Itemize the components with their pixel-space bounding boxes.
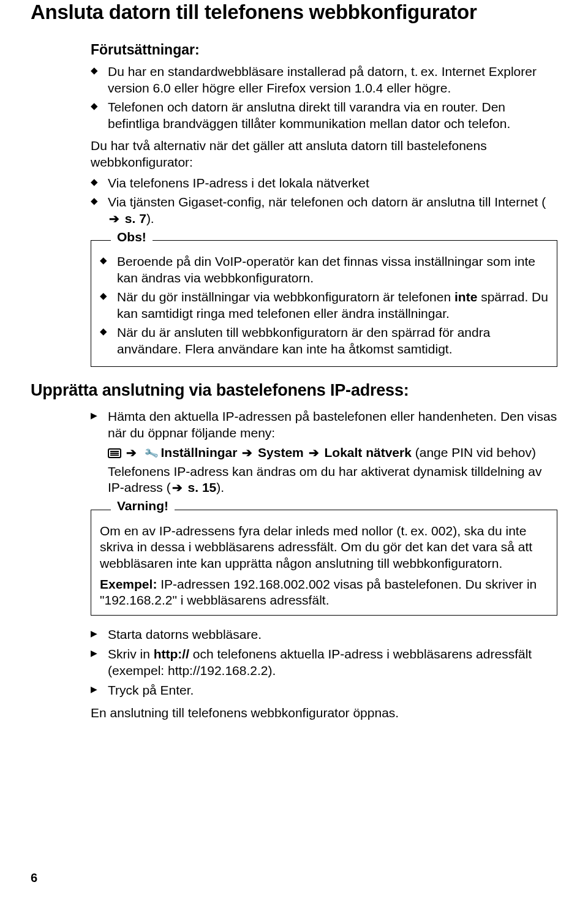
- page-title: Ansluta datorn till telefonens webbkonfi…: [31, 1, 557, 23]
- list-item: När du är ansluten till webbkonfigurator…: [100, 325, 548, 357]
- list-item: Telefonen och datorn är anslutna direkt …: [91, 99, 557, 132]
- arrow-icon: ➔: [109, 211, 119, 227]
- arrow-icon: ➔: [309, 445, 319, 461]
- bold-text: http://: [154, 647, 189, 661]
- prereq-list: Du har en standardwebbläsare installerad…: [91, 64, 557, 132]
- arrow-icon: ➔: [126, 445, 137, 461]
- menu-icon: [108, 448, 121, 458]
- box-title-line: Varning!: [91, 510, 557, 510]
- list-item: Hämta den aktuella IP-adressen på bastel…: [91, 409, 557, 496]
- obs-list: Beroende på din VoIP-operatör kan det fi…: [100, 254, 548, 357]
- page: Ansluta datorn till telefonens webbkonfi…: [0, 1, 588, 901]
- menu-item: Inställningar: [161, 445, 238, 459]
- steps-list-2: Starta datorns webbläsare. Skriv in http…: [91, 627, 557, 699]
- text: IP-adressen 192.168.002.002 visas på bas…: [100, 577, 537, 607]
- list-item: Skriv in http:// och telefonens aktuella…: [91, 646, 557, 679]
- text: Telefonens IP-adress kan ändras om du ha…: [108, 464, 557, 496]
- warning-box: Varning! Om en av IP-adressens fyra dela…: [91, 510, 557, 616]
- box-title-line: Obs!: [91, 240, 557, 241]
- warning-example: Exempel: IP-adressen 192.168.002.002 vis…: [100, 576, 548, 609]
- list-item: Tryck på Enter.: [91, 682, 557, 698]
- page-number: 6: [31, 871, 37, 885]
- final-text: En anslutning till telefonens webbkonfig…: [91, 705, 557, 721]
- arrow-icon: ➔: [172, 480, 183, 496]
- box-title: Varning!: [111, 498, 175, 514]
- note-box-obs: Obs! Beroende på din VoIP-operatör kan d…: [91, 240, 557, 367]
- text: ).: [216, 480, 224, 494]
- example-label: Exempel:: [100, 577, 157, 591]
- alt-intro: Du har två alternativ när det gäller att…: [91, 138, 557, 170]
- text: Via tjänsten Gigaset-config, när telefon…: [108, 195, 546, 209]
- steps-list-1: Hämta den aktuella IP-adressen på bastel…: [91, 409, 557, 496]
- list-item: Du har en standardwebbläsare installerad…: [91, 64, 557, 96]
- list-item: Beroende på din VoIP-operatör kan det fi…: [100, 254, 548, 286]
- content-block: Förutsättningar: Du har en standardwebbl…: [91, 41, 557, 367]
- text: Skriv in: [108, 647, 154, 661]
- list-item: Via tjänsten Gigaset-config, när telefon…: [91, 194, 557, 227]
- arrow-icon: ➔: [242, 445, 252, 461]
- alt-list: Via telefonens IP-adress i det lokala nä…: [91, 175, 557, 227]
- text: ).: [146, 211, 154, 225]
- list-item: När du gör inställningar via webbkonfigu…: [100, 289, 548, 322]
- list-item: Starta datorns webbläsare.: [91, 627, 557, 643]
- wrench-icon: 🔧: [141, 445, 159, 464]
- text: Hämta den aktuella IP-adressen på bastel…: [108, 409, 557, 439]
- text: När du gör inställningar via webbkonfigu…: [117, 290, 454, 304]
- menu-path: ➔ 🔧 Inställningar ➔ System ➔ Lokalt nätv…: [108, 445, 557, 461]
- list-item: Via telefonens IP-adress i det lokala nä…: [91, 175, 557, 191]
- content-block-2: Hämta den aktuella IP-adressen på bastel…: [91, 409, 557, 721]
- warning-text: Om en av IP-adressens fyra delar inleds …: [100, 523, 548, 571]
- menu-item: Lokalt nätverk: [324, 445, 411, 459]
- text: (ange PIN vid behov): [412, 445, 536, 459]
- cross-reference: s. 7: [121, 211, 146, 225]
- cross-reference: s. 15: [184, 480, 217, 494]
- box-title: Obs!: [111, 229, 153, 245]
- section-heading: Upprätta anslutning via bastelefonens IP…: [31, 381, 557, 400]
- bold-text: inte: [454, 290, 477, 304]
- menu-item: System: [258, 445, 304, 459]
- prereq-heading: Förutsättningar:: [91, 41, 557, 59]
